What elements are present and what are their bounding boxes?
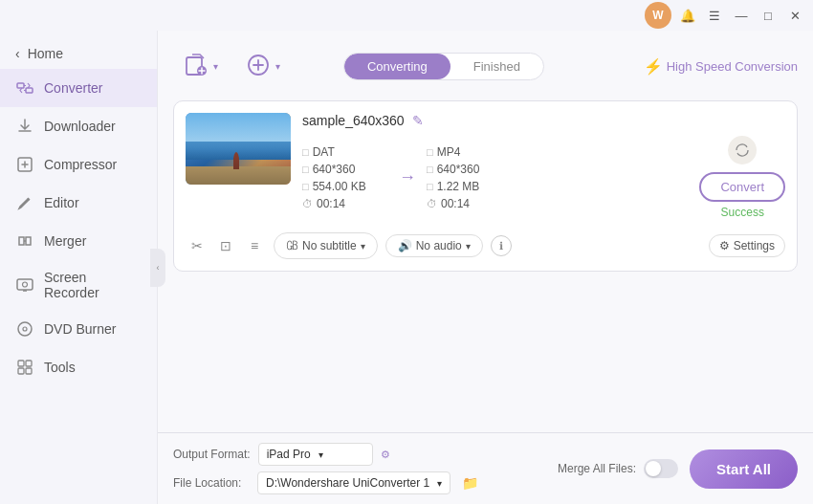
output-format-settings-icon[interactable]: ⚙ (381, 449, 390, 461)
minimize-button[interactable]: — (731, 5, 752, 26)
titlebar: W 🔔 ☰ — □ ✕ (0, 0, 813, 31)
file-location-value: D:\Wondershare UniConverter 1 (266, 476, 429, 490)
downloader-icon (15, 117, 34, 136)
sidebar-item-converter[interactable]: Converter (0, 69, 157, 107)
editor-icon (15, 193, 34, 212)
add-files-icon (183, 52, 209, 81)
menu-button[interactable]: ☰ (704, 5, 725, 26)
downloader-label: Downloader (44, 119, 116, 134)
source-format: DAT (313, 145, 335, 159)
source-size-row: □ 554.00 KB (302, 180, 388, 193)
bottom-bar: Output Format: iPad Pro ▾ ⚙ File Locatio… (158, 432, 813, 504)
svg-point-6 (23, 327, 27, 331)
sidebar-wrapper: ‹ Home Converter Downloader Compress (0, 31, 158, 504)
screen-recorder-label: Screen Recorder (44, 270, 142, 300)
source-duration: 00:14 (317, 197, 345, 210)
audio-label: No audio (416, 239, 462, 252)
output-format-row: Output Format: iPad Pro ▾ ⚙ (173, 443, 546, 466)
merge-section: Merge All Files: (558, 459, 678, 478)
target-col: □ MP4 □ 640*360 □ 1.22 MB (427, 145, 513, 210)
svg-rect-8 (26, 361, 32, 366)
start-all-button[interactable]: Start All (690, 449, 798, 489)
add-more-chevron: ▾ (275, 61, 280, 72)
target-size-row: □ 1.22 MB (427, 180, 513, 193)
content-area: ▾ ▾ Converting Finished ⚡ High Speed Con… (158, 31, 813, 504)
target-format-icon: □ (427, 146, 433, 158)
source-format-row: □ DAT (302, 145, 388, 159)
sidebar-item-dvd-burner[interactable]: DVD Burner (0, 310, 157, 348)
file-location-row: File Location: D:\Wondershare UniConvert… (173, 471, 546, 494)
source-duration-row: ⏱ 00:14 (302, 197, 388, 210)
bell-button[interactable]: 🔔 (677, 5, 698, 26)
target-resolution-icon: □ (427, 164, 433, 175)
sidebar-home[interactable]: ‹ Home (0, 38, 157, 69)
tab-converting[interactable]: Converting (344, 54, 450, 79)
svg-point-4 (23, 282, 28, 287)
toolbar: ▾ ▾ Converting Finished ⚡ High Speed Con… (173, 46, 798, 87)
info-button[interactable]: ℹ (491, 235, 512, 256)
source-size: 554.00 KB (313, 180, 366, 193)
file-location-select[interactable]: D:\Wondershare UniConverter 1 ▾ (257, 471, 450, 494)
main-layout: ‹ Home Converter Downloader Compress (0, 31, 813, 504)
subtitle-selector[interactable]: ㎇ No subtitle ▾ (274, 232, 378, 259)
close-button[interactable]: ✕ (784, 5, 805, 26)
size-icon: □ (302, 181, 309, 192)
duration-icon: ⏱ (302, 198, 313, 209)
tools-icon (15, 358, 34, 377)
file-info: sample_640x360 ✎ □ DAT □ 640*3 (302, 113, 785, 219)
add-files-button[interactable]: ▾ (173, 46, 228, 87)
file-thumbnail (186, 113, 291, 185)
tab-group: Converting Finished (343, 53, 544, 80)
compressor-icon (15, 155, 34, 174)
tools-label: Tools (44, 360, 76, 375)
target-duration-row: ⏱ 00:14 (427, 197, 513, 210)
subtitle-chevron: ▾ (361, 241, 365, 252)
convert-icon-box (728, 136, 757, 164)
converter-icon (15, 78, 34, 98)
high-speed-conversion[interactable]: ⚡ High Speed Conversion (644, 57, 798, 76)
svg-rect-9 (18, 368, 24, 374)
edit-icon[interactable]: ✎ (412, 113, 424, 128)
cut-icon[interactable]: ✂ (186, 234, 209, 257)
add-more-icon (245, 52, 272, 81)
tab-finished[interactable]: Finished (450, 54, 543, 79)
file-details: □ DAT □ 640*360 □ 554.00 KB (302, 136, 785, 219)
convert-arrow-icon: → (399, 167, 416, 187)
maximize-button[interactable]: □ (758, 5, 779, 26)
add-more-button[interactable]: ▾ (235, 46, 290, 87)
settings-button[interactable]: ⚙ Settings (709, 234, 785, 257)
audio-chevron: ▾ (466, 241, 471, 252)
sidebar-collapse-handle[interactable]: ‹ (150, 249, 165, 287)
sidebar-item-editor[interactable]: Editor (0, 184, 157, 222)
sidebar-item-merger[interactable]: Merger (0, 222, 157, 260)
source-col: □ DAT □ 640*360 □ 554.00 KB (302, 145, 388, 210)
sidebar-item-tools[interactable]: Tools (0, 348, 157, 386)
target-size-icon: □ (427, 181, 433, 192)
sidebar-item-downloader[interactable]: Downloader (0, 107, 157, 145)
subtitle-icon: ㎇ (286, 237, 298, 254)
high-speed-label: High Speed Conversion (667, 59, 798, 74)
sidebar: ‹ Home Converter Downloader Compress (0, 31, 158, 504)
folder-icon[interactable]: 📁 (458, 471, 481, 494)
sidebar-item-screen-recorder[interactable]: Screen Recorder (0, 260, 157, 310)
output-format-select[interactable]: iPad Pro ▾ (258, 443, 373, 466)
dvd-burner-label: DVD Burner (44, 321, 116, 337)
audio-selector[interactable]: 🔊 No audio ▾ (385, 234, 483, 257)
crop-icon[interactable]: ⊡ (214, 234, 237, 257)
merge-toggle[interactable] (644, 459, 678, 478)
merger-icon (15, 231, 34, 251)
file-bottom: ✂ ⊡ ≡ ㎇ No subtitle ▾ 🔊 No audio ▾ ℹ ⚙ (186, 229, 785, 259)
file-location-label: File Location: (173, 476, 250, 490)
target-duration-icon: ⏱ (427, 198, 437, 209)
editor-label: Editor (44, 195, 79, 210)
list-icon[interactable]: ≡ (243, 234, 266, 257)
svg-rect-7 (18, 361, 24, 366)
target-format-row: □ MP4 (427, 145, 513, 159)
user-avatar: W (645, 2, 671, 29)
convert-button[interactable]: Convert (699, 172, 785, 202)
screen-recorder-icon (15, 275, 34, 295)
svg-point-5 (18, 322, 32, 336)
output-format-chevron: ▾ (319, 449, 323, 460)
sidebar-item-compressor[interactable]: Compressor (0, 145, 157, 184)
svg-rect-1 (26, 88, 33, 93)
